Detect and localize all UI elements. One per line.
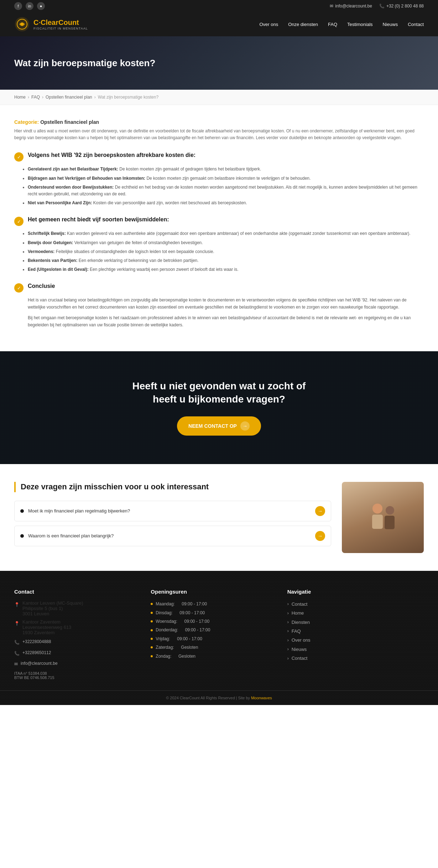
svg-rect-4 [372,515,383,529]
footer-nav-contact2[interactable]: › Contact [287,655,417,662]
copyright-text: © 2024 ClearCount All Rights Reserved | … [166,696,250,700]
phone-icon-2: 📞 [14,650,20,657]
footer-hours-wed: Woensdag: 09:00 - 17:00 [151,618,280,625]
moonwaves-link[interactable]: Moonwaves [251,696,272,700]
nav-links: Over ons Onze diensten FAQ Testimonials … [259,22,424,27]
nav-nieuws[interactable]: Nieuws [383,22,398,27]
faq-item-1[interactable]: Moet ik mijn financieel plan regelmatig … [14,501,331,521]
cta-arrow-icon: → [240,421,250,431]
location-icon-2: 📍 [14,620,20,627]
brand-name: C·ClearCount [33,19,88,27]
hours-dot [151,646,153,648]
faq-section: Deze vragen zijn misschien voor u ook in… [0,464,438,571]
nav-arrow-icon: › [287,637,289,644]
footer-bottom: © 2024 ClearCount All Rights Reserved | … [0,690,438,705]
intro-text: Hier vindt u alles wat u moet weten over… [14,128,424,141]
section-2-heading: ✓ Het gemeen recht biedt vijf soorten be… [14,216,424,226]
nav-arrow-icon: › [287,655,289,662]
footer-hours-tue: Dinsdag: 09:00 - 17:00 [151,609,280,616]
svg-point-5 [386,506,394,515]
footer-address1-text: Kantoor Leuven (MC-Square) Philipssite 5… [22,600,83,616]
footer-contact-title: Contact [14,589,144,595]
faq-image [342,482,424,553]
email-footer-icon: ✉ [14,661,18,668]
phone-info: 📞 +32 (0) 2 800 48 88 [379,4,424,9]
logo[interactable]: C·ClearCount FISCALITEIT IN MENSENTAAL [14,16,88,32]
main-nav: C·ClearCount FISCALITEIT IN MENSENTAAL O… [0,12,438,36]
footer-nav-over-ons[interactable]: › Over ons [287,637,417,644]
nav-arrow-icon: › [287,610,289,617]
faq-item-2[interactable]: Waarom is een financieel plan belangrijk… [14,526,331,546]
section-1: ✓ Volgens het WIB '92 zijn beroepskosten… [14,152,424,206]
section-2: ✓ Het gemeen recht biedt vijf soorten be… [14,216,424,273]
hours-dot [151,629,153,631]
nav-over-ons[interactable]: Over ons [259,22,278,27]
breadcrumb: Home › FAQ › Opstellen financieel plan ›… [0,90,438,105]
location-icon-1: 📍 [14,601,20,608]
footer-hours-mon: Maandag: 09:00 - 17:00 [151,600,280,607]
footer: Contact 📍 Kantoor Leuven (MC-Square) Phi… [0,571,438,705]
cta-button[interactable]: NEEM CONTACT OP → [177,416,261,436]
footer-nav-nieuws[interactable]: › Nieuws [287,646,417,653]
section-conclusie: ✓ Conclusie Het is van cruciaal belang v… [14,283,424,328]
footer-contact: Contact 📍 Kantoor Leuven (MC-Square) Phi… [14,589,151,680]
faq-item-1-content: Moet ik mijn financieel plan regelmatig … [20,508,130,514]
hours-dot [151,620,153,622]
facebook-icon[interactable]: f [14,2,22,10]
footer-nav-contact[interactable]: › Contact [287,600,417,607]
section-1-list: Gerelateerd zijn aan het Belastbaar Tijd… [14,166,424,206]
phone-icon: 📞 [379,4,385,9]
conclusie-heading: ✓ Conclusie [14,283,424,293]
hours-dot [151,638,153,640]
list-item: Ondersteund worden door Bewijsstukken: D… [28,184,424,198]
faq-dot-2 [20,534,24,538]
main-content: Categorie: Opstellen financieel plan Hie… [0,105,438,351]
cta-section: Heeft u niet gevonden wat u zocht of hee… [0,351,438,464]
faq-item-2-content: Waarom is een financieel plan belangrijk… [20,533,114,538]
svg-rect-6 [385,516,395,529]
nav-faq[interactable]: FAQ [328,22,337,27]
section-1-heading: ✓ Volgens het WIB '92 zijn beroepskosten… [14,152,424,162]
nav-arrow-icon: › [287,619,289,626]
phone-icon-1: 📞 [14,639,20,646]
breadcrumb-home[interactable]: Home [14,95,26,100]
email-info: ✉ info@clearcount.be [330,4,372,9]
footer-hours-sun: Zondag: Gesloten [151,653,280,660]
nav-testimonials[interactable]: Testimonials [347,22,373,27]
instagram-icon[interactable]: ● [37,2,45,10]
faq-arrow-1: → [315,506,325,516]
breadcrumb-sep1: › [28,95,29,100]
faq-item-1-text: Moet ik mijn financieel plan regelmatig … [28,508,130,514]
footer-email: ✉ info@clearcount.be [14,660,144,668]
footer-nav-title: Navigatie [287,589,417,595]
linkedin-icon[interactable]: in [26,2,33,10]
footer-nav-diensten[interactable]: › Diensten [287,619,417,626]
nav-contact[interactable]: Contact [408,22,424,27]
hero-title: Wat zijn beroepsmatige kosten? [14,58,155,69]
section-2-list: Schriftelijk Bewijs: Kan worden geleverd… [14,230,424,273]
footer-nav-faq[interactable]: › FAQ [287,627,417,635]
footer-hours-title: Openingsuren [151,589,280,595]
svg-point-2 [21,23,24,26]
list-item: Niet van Persoonlijke Aard Zijn: Kosten … [28,200,424,206]
breadcrumb-faq[interactable]: FAQ [31,95,40,100]
category-label: Categorie: Opstellen financieel plan [14,119,424,125]
nav-diensten[interactable]: Onze diensten [288,22,318,27]
footer-itaa: ITAA n° 51084.038 BTW BE 0746.508.715 [14,671,144,680]
conclusion-text-1: Het is van cruciaal belang voor belastin… [14,297,424,311]
svg-point-3 [372,504,382,514]
breadcrumb-plan[interactable]: Opstellen financieel plan [46,95,92,100]
faq-dot-1 [20,509,24,513]
hours-dot [151,603,153,605]
faq-title: Deze vragen zijn misschien voor u ook in… [14,482,331,492]
logo-icon [14,16,30,32]
check-icon-2: ✓ [14,217,24,226]
footer-hours-sat: Zaterdag: Gesloten [151,644,280,651]
email-icon: ✉ [330,4,333,9]
list-item: Bijdragen aan het Verkrijgen of Behouden… [28,175,424,182]
list-item: Gerelateerd zijn aan het Belastbaar Tijd… [28,166,424,173]
check-icon-1: ✓ [14,152,24,162]
list-item: Schriftelijk Bewijs: Kan worden geleverd… [28,230,424,237]
footer-nav-home[interactable]: › Home [287,610,417,617]
footer-address1: 📍 Kantoor Leuven (MC-Square) Philipssite… [14,600,144,616]
